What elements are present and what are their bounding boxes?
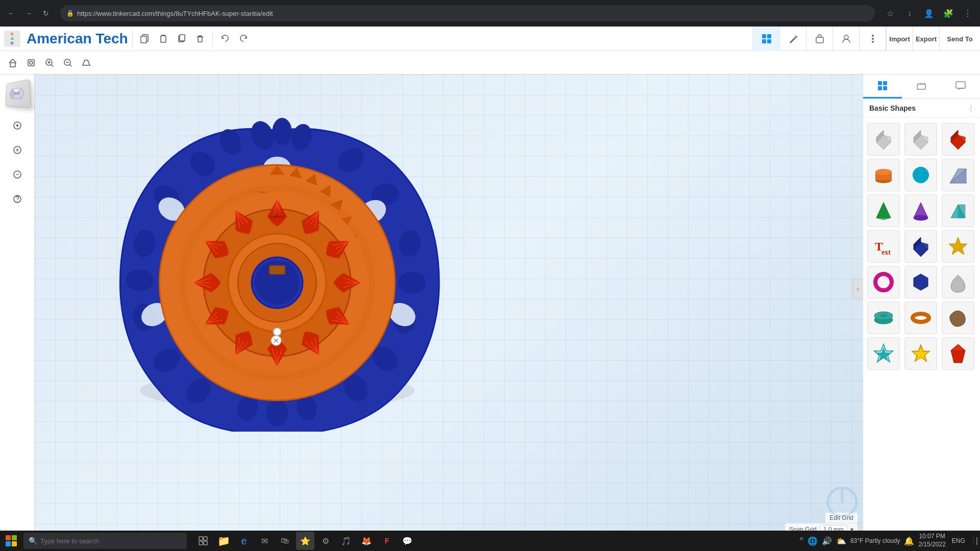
volume-icon[interactable]: 🔊	[822, 536, 832, 546]
language-indicator[interactable]: ENG	[952, 537, 965, 544]
download-button[interactable]: ↓	[901, 5, 918, 21]
copy-button[interactable]	[137, 31, 153, 47]
canvas-area[interactable]: Edit Grid Snap Grid 1.0 mm ▾	[35, 74, 863, 551]
show-desktop[interactable]: |	[973, 536, 978, 545]
cad-logo: C A D	[4, 31, 20, 47]
shape-sphere[interactable]	[904, 159, 937, 191]
undo-button[interactable]	[217, 31, 233, 47]
menu-button[interactable]: ⋮	[960, 5, 976, 21]
home-view-button[interactable]	[4, 54, 21, 71]
taskbar-browser[interactable]: e	[235, 532, 253, 550]
shape-gem[interactable]	[942, 337, 974, 370]
shapes-tab-ruler[interactable]	[902, 74, 941, 98]
address-bar[interactable]: 🔒 https://www.tinkercad.com/things/8uTYc…	[60, 5, 875, 21]
search-input[interactable]	[40, 537, 182, 545]
zoom-out-left-button[interactable]	[6, 163, 29, 186]
svg-rect-10	[816, 37, 823, 43]
zoom-in-left-button[interactable]	[6, 139, 29, 161]
shape-teardrop[interactable]	[942, 266, 974, 298]
power-icon	[824, 484, 860, 525]
taskbar-file-explorer[interactable]: 📁	[214, 532, 233, 550]
shape-disk[interactable]	[867, 302, 900, 334]
taskbar-firefox[interactable]: 🦊	[357, 532, 376, 550]
extensions-button[interactable]: 🧩	[940, 5, 957, 21]
redo-button[interactable]	[235, 31, 252, 47]
svg-rect-16	[28, 60, 34, 66]
taskbar-media[interactable]: 🎵	[337, 532, 355, 550]
zoom-in-button[interactable]	[41, 54, 58, 71]
taskbar-chat[interactable]: 💬	[398, 532, 416, 550]
bookmark-button[interactable]: ☆	[882, 5, 898, 21]
svg-point-47	[266, 399, 288, 427]
shape-cube-red[interactable]	[942, 123, 974, 156]
shape-hex[interactable]	[904, 266, 937, 298]
taskbar-app-f[interactable]: F	[378, 532, 396, 550]
shapes-grid: Text	[863, 118, 980, 375]
shape-prism[interactable]	[942, 194, 974, 227]
more-dots-button[interactable]	[859, 27, 886, 51]
shapes-tab-grid[interactable]	[863, 74, 902, 98]
perspective-button[interactable]	[78, 54, 95, 71]
view-cube[interactable]: TOP	[4, 81, 31, 108]
shape-blob[interactable]	[942, 302, 974, 334]
network-icon[interactable]: 🌐	[807, 536, 818, 546]
shape-wedge[interactable]	[942, 159, 974, 191]
shape-text[interactable]: Text	[867, 230, 900, 263]
shape-box-blue[interactable]	[904, 230, 937, 263]
svg-marker-169	[958, 205, 965, 218]
shape-cylinder[interactable]	[867, 159, 900, 191]
taskbar-task-view[interactable]	[194, 532, 212, 550]
hammer-button[interactable]	[779, 27, 806, 51]
svg-point-37	[272, 118, 291, 145]
expand-tray[interactable]: ^	[799, 536, 803, 545]
shape-box-striped[interactable]	[904, 123, 937, 156]
duplicate-button[interactable]	[174, 31, 190, 47]
collapse-panel-button[interactable]: ›	[852, 279, 863, 299]
shape-cone[interactable]	[904, 194, 937, 227]
send-to-button[interactable]: Send To	[939, 27, 980, 51]
paste-button[interactable]	[155, 31, 172, 47]
zoom-out-button[interactable]	[59, 54, 77, 71]
import-button[interactable]: Import	[886, 27, 913, 51]
export-button[interactable]: Export	[913, 27, 939, 51]
svg-rect-188	[199, 537, 203, 540]
separator	[132, 31, 133, 47]
shape-torus[interactable]	[867, 266, 900, 298]
bag-button[interactable]	[806, 27, 832, 51]
shape-box[interactable]	[867, 123, 900, 156]
weather-text: 83°F Partly cloudy	[850, 537, 900, 544]
taskbar-tinkercad[interactable]: ⭐	[296, 532, 314, 550]
svg-rect-191	[204, 541, 207, 545]
refresh-button[interactable]: ↻	[39, 6, 53, 20]
help-button[interactable]	[6, 188, 29, 210]
delete-button[interactable]	[192, 31, 208, 47]
shapes-tab-chat[interactable]	[941, 74, 980, 98]
view-cube-3d[interactable]: TOP	[5, 79, 32, 108]
shape-torus-orange[interactable]	[904, 302, 937, 334]
url-text: https://www.tinkercad.com/things/8uTYchH…	[77, 10, 273, 17]
shape-pyramid[interactable]	[867, 194, 900, 227]
svg-marker-175	[949, 237, 967, 255]
zoom-fit-left-button[interactable]	[6, 114, 29, 137]
back-button[interactable]: ←	[4, 6, 18, 20]
taskbar-store[interactable]: 🛍	[276, 532, 294, 550]
forward-button[interactable]: →	[21, 6, 36, 20]
start-button[interactable]	[2, 532, 20, 550]
separator2	[212, 31, 213, 47]
shape-star-gold[interactable]	[904, 337, 937, 370]
svg-rect-1	[141, 36, 146, 43]
system-clock[interactable]: 10:07 PM 2/15/2022	[918, 533, 945, 548]
user-button[interactable]	[832, 27, 859, 51]
taskbar-search[interactable]: 🔍	[23, 533, 187, 549]
svg-rect-7	[767, 34, 771, 38]
taskbar-settings[interactable]: ⚙	[316, 532, 335, 550]
profile-button[interactable]: 👤	[921, 5, 937, 21]
grid-view-button[interactable]	[753, 27, 779, 51]
shape-star-yellow[interactable]	[942, 230, 974, 263]
shape-star-teal[interactable]	[867, 337, 900, 370]
shapes-panel-more[interactable]: ⋮	[968, 105, 974, 112]
fit-view-button[interactable]	[22, 54, 40, 71]
taskbar-mail[interactable]: ✉	[255, 532, 274, 550]
svg-marker-187	[951, 344, 965, 350]
notification-icon[interactable]: 🔔	[904, 536, 914, 546]
